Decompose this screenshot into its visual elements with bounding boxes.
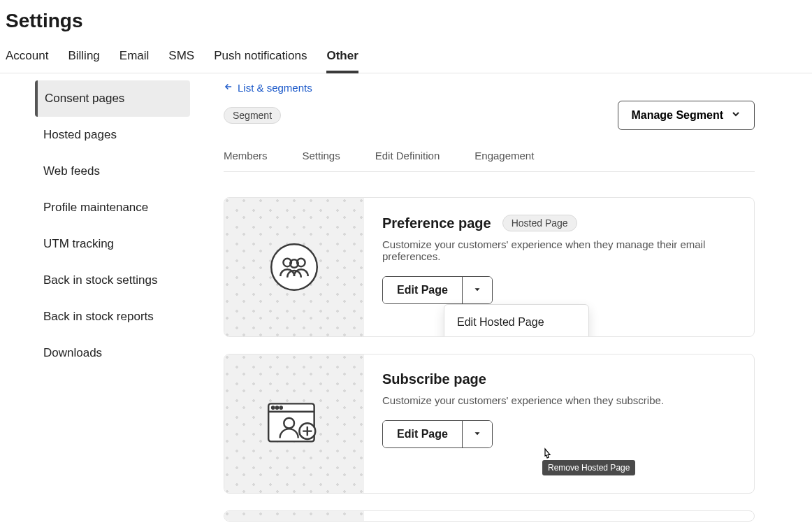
back-link-label: List & segments — [238, 82, 312, 94]
sidebar: Consent pages Hosted pages Web feeds Pro… — [0, 73, 196, 523]
tooltip: Remove Hosted Page — [542, 460, 635, 475]
edit-page-button[interactable]: Edit Page — [383, 277, 462, 303]
card-title: Subscribe page — [382, 371, 486, 387]
sidebar-item-hosted-pages[interactable]: Hosted pages — [35, 117, 190, 153]
sub-tab-engagement[interactable]: Engagement — [474, 150, 534, 162]
page-title: Settings — [0, 0, 812, 38]
sidebar-item-downloads[interactable]: Downloads — [35, 335, 190, 371]
chevron-down-icon — [730, 108, 741, 122]
edit-page-dropdown-toggle[interactable] — [462, 277, 492, 303]
tab-push[interactable]: Push notifications — [214, 43, 307, 73]
sidebar-item-bis-reports[interactable]: Back in stock reports — [35, 299, 190, 335]
people-icon — [224, 198, 364, 336]
tab-email[interactable]: Email — [119, 43, 150, 73]
partial-icon — [224, 511, 364, 521]
caret-down-icon — [472, 429, 482, 440]
edit-page-button-2[interactable]: Edit Page — [383, 421, 462, 447]
sidebar-item-web-feeds[interactable]: Web feeds — [35, 153, 190, 189]
segment-chip: Segment — [224, 107, 281, 124]
arrow-left-icon — [224, 82, 233, 94]
partial-card — [224, 510, 755, 522]
sidebar-item-profile-maintenance[interactable]: Profile maintenance — [35, 189, 190, 226]
hosted-page-badge: Hosted Page — [502, 215, 577, 231]
tab-other[interactable]: Other — [326, 43, 358, 73]
back-link[interactable]: List & segments — [224, 82, 312, 94]
card-description: Customize your customers' experience whe… — [382, 238, 736, 262]
sub-tab-members[interactable]: Members — [224, 150, 268, 162]
tab-billing[interactable]: Billing — [68, 43, 99, 73]
card-title: Preference page — [382, 215, 491, 231]
sub-tabs: Members Settings Edit Definition Engagem… — [224, 144, 755, 172]
sidebar-item-utm-tracking[interactable]: UTM tracking — [35, 226, 190, 262]
manage-segment-label: Manage Segment — [631, 109, 723, 122]
top-tabs: Account Billing Email SMS Push notificat… — [0, 38, 812, 73]
caret-down-icon — [472, 285, 482, 296]
edit-page-split-button: Edit Page — [382, 276, 493, 304]
sidebar-item-consent-pages[interactable]: Consent pages — [35, 80, 190, 117]
svg-point-7 — [276, 406, 278, 408]
sidebar-item-bis-settings[interactable]: Back in stock settings — [35, 262, 190, 299]
subscribe-icon — [224, 354, 364, 493]
tab-sms[interactable]: SMS — [168, 43, 194, 73]
edit-page-split-button-2: Edit Page — [382, 420, 493, 448]
svg-point-6 — [272, 406, 274, 408]
manage-segment-button[interactable]: Manage Segment — [618, 101, 755, 130]
sub-tab-edit-definition[interactable]: Edit Definition — [375, 150, 440, 162]
svg-point-8 — [280, 406, 282, 408]
tab-account[interactable]: Account — [6, 43, 48, 73]
main-content: List & segments Segment Manage Segment M… — [196, 73, 783, 523]
edit-page-dropdown-toggle-2[interactable] — [462, 421, 492, 447]
preference-page-card: Preference page Hosted Page Customize yo… — [224, 197, 755, 337]
sub-tab-settings[interactable]: Settings — [303, 150, 340, 162]
card-description: Customize your customers' experience whe… — [382, 394, 736, 406]
edit-page-dropdown-menu: Edit Hosted Page Preview Hosted Page Rem… — [444, 304, 589, 337]
subscribe-page-card: Subscribe page Customize your customers'… — [224, 354, 755, 494]
dd-edit-hosted-page[interactable]: Edit Hosted Page — [444, 305, 588, 337]
